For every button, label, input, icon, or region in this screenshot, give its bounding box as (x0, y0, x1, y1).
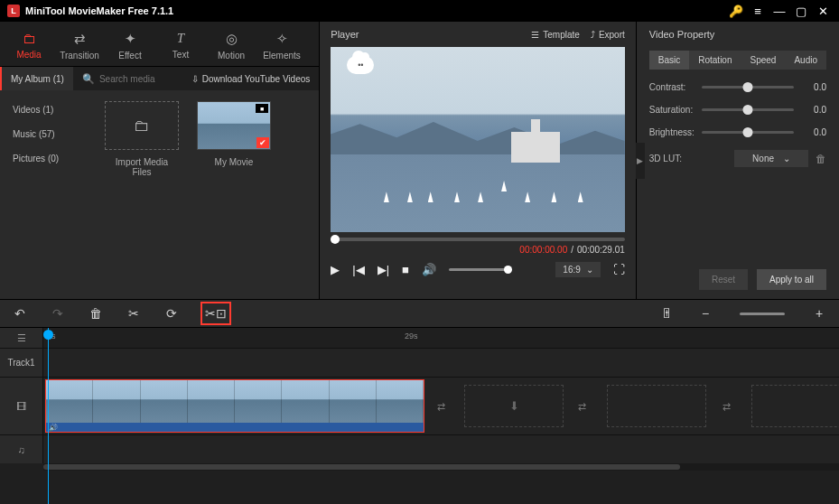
audio-track-icon[interactable]: 🎚 (658, 306, 676, 321)
transition-slot-icon[interactable]: ⇄ (437, 400, 445, 412)
folder-icon: 🗀 (4, 31, 54, 46)
chevron-down-icon: ⌄ (783, 154, 790, 163)
current-time: 00:00:00.00 (519, 245, 567, 255)
layers-icon[interactable]: ☰ (0, 328, 43, 348)
prev-button[interactable]: |◀ (352, 263, 364, 276)
aspect-ratio-select[interactable]: 16:9 ⌄ (555, 262, 600, 277)
cat-videos[interactable]: Videos (1) (0, 98, 94, 122)
vp-tab-audio[interactable]: Audio (785, 51, 826, 70)
tab-transition[interactable]: ⇄ Transition (54, 25, 105, 66)
reset-button[interactable]: Reset (699, 269, 748, 290)
video-property-panel: ▶ Video Property Basic Rotation Speed Au… (637, 22, 839, 299)
contrast-value: 0.0 (803, 82, 826, 92)
volume-slider[interactable] (449, 268, 512, 271)
undo-button[interactable]: ↶ (11, 306, 29, 321)
zoom-in-button[interactable]: + (810, 306, 828, 321)
collapse-panel-button[interactable]: ▶ (636, 143, 645, 179)
redo-button[interactable]: ↷ (49, 306, 67, 321)
saturation-label: Saturation: (649, 105, 702, 115)
vp-tab-rotation[interactable]: Rotation (689, 51, 741, 70)
player-panel: Player ☰ Template ⤴ Export •• 00:00:00.0… (320, 22, 637, 299)
tab-media[interactable]: 🗀 Media (4, 25, 54, 66)
media-item-my-movie[interactable]: ■ ✔ My Movie (197, 101, 271, 167)
delete-lut-button[interactable]: 🗑 (816, 153, 826, 165)
media-panel: 🗀 Media ⇄ Transition ✦ Effect T Text ◎ M… (0, 22, 320, 299)
timeline: ☰ 0s 29s Track1 🎞 🔊 ⇄ ⬇ ⇄ ⇄ (0, 328, 839, 504)
scene-building (511, 132, 560, 163)
empty-clip-slot[interactable] (751, 385, 839, 427)
split-button[interactable]: ✂ (125, 306, 143, 321)
app-title: MiniTool MovieMaker Free 7.1.1 (25, 5, 723, 16)
vp-tab-basic[interactable]: Basic (649, 51, 689, 70)
track-label: Track1 (7, 358, 34, 368)
speed-button[interactable]: ⟳ (163, 306, 181, 321)
library: Videos (1) Music (57) Pictures (0) 🗀 Imp… (0, 90, 319, 299)
tab-effect[interactable]: ✦ Effect (105, 25, 155, 66)
video-preview[interactable]: •• (331, 47, 625, 232)
library-grid: 🗀 Import Media Files ■ ✔ My Movie (94, 90, 319, 299)
sticker-cloud-icon: •• (347, 56, 374, 74)
video-track-body[interactable]: 🔊 ⇄ ⬇ ⇄ ⇄ (43, 378, 839, 434)
album-bar: My Album (1) 🔍 ⇩ Download YouTube Videos (0, 67, 319, 90)
brightness-value: 0.0 (803, 127, 826, 137)
saturation-value: 0.0 (803, 105, 826, 115)
play-button[interactable]: ▶ (331, 263, 340, 276)
lut-select[interactable]: None ⌄ (734, 150, 808, 167)
track-1-body[interactable] (43, 349, 839, 377)
tool-tabs: 🗀 Media ⇄ Transition ✦ Effect T Text ◎ M… (0, 22, 319, 67)
empty-clip-slot[interactable]: ⬇ (464, 385, 564, 427)
speaker-icon: 🔊 (49, 424, 58, 432)
menu-icon[interactable]: ≡ (749, 2, 767, 20)
download-youtube-link[interactable]: ⇩ Download YouTube Videos (191, 74, 311, 84)
seek-slider[interactable] (331, 238, 625, 241)
export-button[interactable]: ⤴ Export (591, 30, 625, 40)
vp-tab-speed[interactable]: Speed (741, 51, 786, 70)
download-icon: ⇩ (191, 74, 199, 84)
next-button[interactable]: ▶| (378, 263, 389, 276)
check-icon: ✔ (256, 137, 269, 148)
license-key-icon[interactable]: 🔑 (727, 2, 745, 20)
volume-icon[interactable]: 🔊 (422, 263, 436, 276)
tab-text[interactable]: T Text (155, 25, 206, 66)
close-button[interactable]: ✕ (814, 2, 832, 20)
playhead[interactable] (48, 328, 49, 504)
tab-elements[interactable]: ✧ Elements (256, 25, 307, 66)
my-album-button[interactable]: My Album (1) (0, 67, 73, 90)
zoom-out-button[interactable]: − (696, 306, 714, 321)
lut-label: 3D LUT: (649, 154, 702, 163)
audio-track-body[interactable] (43, 435, 839, 463)
maximize-button[interactable]: ▢ (792, 2, 810, 20)
brightness-slider[interactable] (702, 131, 794, 134)
contrast-slider[interactable] (702, 86, 794, 89)
cat-pictures[interactable]: Pictures (0) (0, 146, 94, 171)
video-clip[interactable]: 🔊 (45, 379, 424, 433)
apply-all-button[interactable]: Apply to all (757, 269, 826, 290)
export-icon: ⤴ (591, 30, 595, 40)
motion-icon: ◎ (206, 31, 256, 47)
minimize-button[interactable]: — (770, 2, 788, 20)
titlebar: L MiniTool MovieMaker Free 7.1.1 🔑 ≡ — ▢… (0, 0, 839, 22)
transition-slot-icon[interactable]: ⇄ (578, 400, 586, 412)
library-sidebar: Videos (1) Music (57) Pictures (0) (0, 90, 94, 299)
time-ruler[interactable]: 0s 29s (43, 328, 839, 348)
delete-button[interactable]: 🗑 (87, 306, 105, 321)
tab-motion[interactable]: ◎ Motion (206, 25, 256, 66)
cat-music[interactable]: Music (57) (0, 122, 94, 146)
template-button[interactable]: ☰ Template (531, 30, 580, 40)
timeline-scrollbar[interactable] (0, 463, 839, 471)
crop-button[interactable]: ✂⊡ (200, 302, 231, 325)
zoom-slider[interactable] (740, 313, 785, 315)
saturation-slider[interactable] (702, 108, 794, 111)
search-input[interactable] (99, 74, 190, 84)
chevron-down-icon: ⌄ (586, 265, 593, 275)
template-icon: ☰ (531, 30, 539, 40)
fullscreen-button[interactable]: ⛶ (613, 263, 625, 276)
stop-button[interactable]: ■ (402, 263, 409, 276)
audio-track-icon[interactable]: ♫ (0, 435, 43, 463)
brightness-label: Brightness: (649, 127, 702, 137)
import-media-button[interactable]: 🗀 Import Media Files (105, 101, 179, 177)
empty-clip-slot[interactable] (607, 385, 706, 427)
video-track-icon[interactable]: 🎞 (0, 378, 43, 434)
transition-slot-icon[interactable]: ⇄ (722, 400, 731, 412)
player-title: Player (331, 29, 359, 40)
